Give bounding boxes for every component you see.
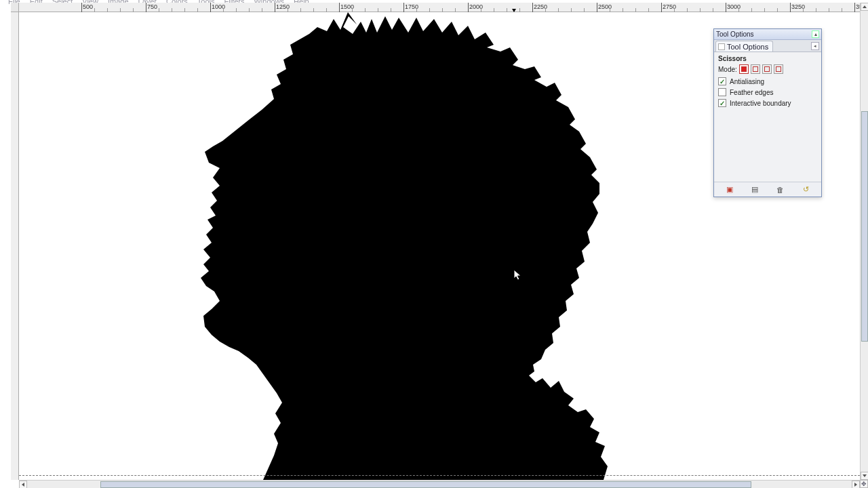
ruler-horizontal[interactable]: 5007501000125015001750200022502500275030… [19,3,860,12]
ruler-tick-label: 750 [147,3,157,10]
mode-add-button[interactable] [751,64,760,74]
vertical-scroll-thumb[interactable] [861,111,868,342]
checkbox-label: Antialiasing [730,78,764,85]
checkbox-interactive-boundary[interactable]: Interactive boundary [718,99,817,107]
tool-options-icon [718,43,725,50]
tool-name: Scissors [718,55,817,62]
selection-marching-ants [19,475,860,476]
checkbox-antialiasing[interactable]: Antialiasing [718,77,817,85]
scroll-left-button[interactable] [19,481,27,488]
reset-icon[interactable]: ↺ [800,184,811,195]
scroll-down-button[interactable] [861,472,868,480]
mode-replace-button[interactable] [739,64,749,74]
checkbox-icon [718,88,726,96]
tab-label: Tool Options [727,43,768,51]
scroll-up-button[interactable] [861,3,868,11]
scroll-right-button[interactable] [852,481,860,488]
tab-tool-options[interactable]: Tool Options [715,41,773,52]
panel-titlebar[interactable]: Tool Options ▴ [714,29,821,40]
vertical-scrollbar[interactable] [860,3,868,480]
panel-footer: ▣ ▤ 🗑 ↺ [714,182,821,197]
panel-tabs: Tool Options ◂ [714,40,821,52]
tab-menu-icon[interactable]: ◂ [811,42,819,50]
mode-subtract-button[interactable] [762,64,772,74]
mode-label: Mode: [718,66,737,73]
navigation-preview-button[interactable] [860,480,868,488]
delete-preset-icon[interactable]: 🗑 [775,184,786,195]
horizontal-scrollbar[interactable] [19,480,860,488]
checkbox-feather-edges[interactable]: Feather edges [718,88,817,96]
ruler-tick-label: 500 [83,3,93,10]
checkbox-label: Interactive boundary [730,100,791,107]
panel-title: Tool Options [716,30,812,38]
horizontal-scroll-thumb[interactable] [100,481,751,488]
checkbox-icon [718,99,726,107]
selection-mode-row: Mode: [718,64,817,74]
save-preset-icon[interactable]: ▣ [724,184,735,195]
ruler-corner [11,3,19,12]
tool-options-panel[interactable]: Tool Options ▴ Tool Options ◂ Scissors M… [713,28,822,197]
collapse-icon[interactable]: ▴ [812,30,819,38]
mode-intersect-button[interactable] [774,64,783,74]
checkbox-label: Feather edges [730,89,774,96]
panel-body: Scissors Mode: Antialiasing Feather edge… [714,52,821,182]
load-preset-icon[interactable]: ▤ [749,184,760,195]
ruler-vertical[interactable] [11,12,19,480]
checkbox-icon [718,77,726,85]
mouse-cursor [514,270,522,282]
